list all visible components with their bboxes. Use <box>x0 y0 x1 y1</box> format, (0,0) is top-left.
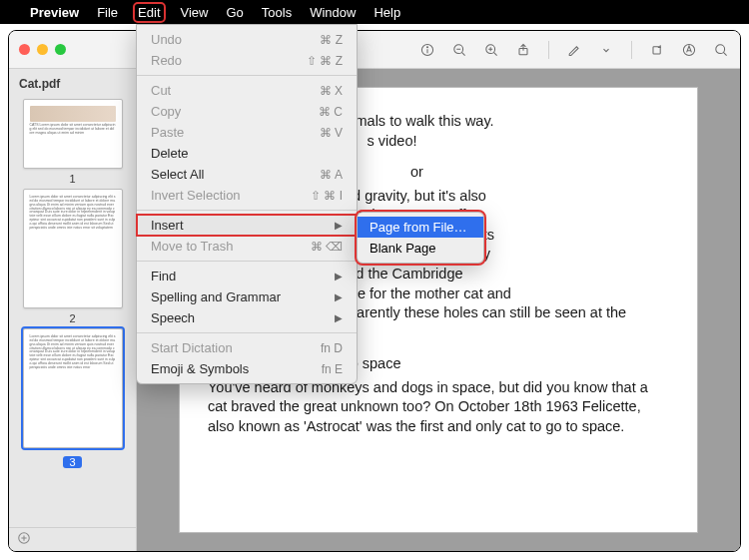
svg-line-7 <box>493 52 496 55</box>
menu-file[interactable]: File <box>97 5 118 20</box>
zoom-in-icon[interactable] <box>482 41 500 59</box>
insert-submenu: Page from File… Blank Page <box>357 212 484 264</box>
svg-point-2 <box>427 46 428 47</box>
submenu-item-blank-page[interactable]: Blank Page <box>358 238 483 259</box>
menu-item-cut[interactable]: Cut⌘ X <box>137 80 357 101</box>
menu-item-redo[interactable]: Redo⇧ ⌘ Z <box>137 50 357 71</box>
submenu-item-page-from-file[interactable]: Page from File… <box>358 217 483 238</box>
app-name[interactable]: Preview <box>30 5 79 20</box>
menu-item-paste[interactable]: Paste⌘ V <box>137 122 357 143</box>
submenu-arrow-icon: ▶ <box>335 312 343 323</box>
zoom-out-icon[interactable] <box>450 41 468 59</box>
dropdown-caret-icon[interactable] <box>597 41 615 59</box>
menu-item-delete[interactable]: Delete <box>137 143 357 164</box>
edit-menu-dropdown: Undo⌘ Z Redo⇧ ⌘ Z Cut⌘ X Copy⌘ C Paste⌘ … <box>136 24 358 384</box>
page-number-label: 3 <box>63 456 81 468</box>
menu-item-move-to-trash[interactable]: Move to Trash⌘ ⌫ <box>137 236 357 257</box>
traffic-lights <box>19 44 66 55</box>
menu-item-spelling[interactable]: Spelling and Grammar▶ <box>137 286 357 307</box>
menu-tools[interactable]: Tools <box>262 5 292 20</box>
menu-item-start-dictation[interactable]: Start Dictationfn D <box>137 337 357 358</box>
zoom-button[interactable] <box>55 44 66 55</box>
info-icon[interactable] <box>418 41 436 59</box>
page-thumbnail[interactable]: Lorem ipsum dolor sit amet consectetur a… <box>23 328 123 448</box>
rotate-icon[interactable] <box>648 41 666 59</box>
menu-item-invert-selection[interactable]: Invert Selection⇧ ⌘ I <box>137 185 357 206</box>
menu-help[interactable]: Help <box>374 5 400 20</box>
menu-item-insert[interactable]: Insert▶ <box>137 215 357 236</box>
menu-item-emoji[interactable]: Emoji & Symbolsfn E <box>137 358 357 379</box>
body-text: or <box>410 164 423 180</box>
document-title: Cat.pdf <box>9 69 136 95</box>
menu-item-undo[interactable]: Undo⌘ Z <box>137 29 357 50</box>
menu-item-copy[interactable]: Copy⌘ C <box>137 101 357 122</box>
body-text: You've heard of monkeys and dogs in spac… <box>208 378 669 437</box>
sidebar-footer <box>9 527 136 551</box>
page-thumbnail[interactable]: Lorem ipsum dolor sit amet consectetur a… <box>23 189 123 308</box>
svg-line-14 <box>723 52 726 55</box>
toolbar <box>418 41 730 59</box>
page-thumbnail[interactable]: CATS Lorem ipsum dolor sit amet consecte… <box>23 99 123 169</box>
add-page-icon[interactable] <box>17 531 31 549</box>
menu-item-select-all[interactable]: Select All⌘ A <box>137 164 357 185</box>
svg-point-13 <box>716 44 725 53</box>
body-text: s video! <box>368 133 417 149</box>
menu-item-speech[interactable]: Speech▶ <box>137 307 357 328</box>
menu-window[interactable]: Window <box>310 5 356 20</box>
preview-window: Cat.pdf CATS Lorem ipsum dolor sit amet … <box>8 30 741 552</box>
close-button[interactable] <box>19 44 30 55</box>
menubar: Preview File Edit View Go Tools Window H… <box>0 0 749 24</box>
submenu-arrow-icon: ▶ <box>335 291 343 302</box>
search-icon[interactable] <box>712 41 730 59</box>
menu-edit[interactable]: Edit <box>136 5 162 20</box>
svg-line-4 <box>461 52 464 55</box>
submenu-arrow-icon: ▶ <box>335 271 343 281</box>
page-number-label: 1 <box>69 173 75 185</box>
highlight-icon[interactable] <box>565 41 583 59</box>
page-number-label: 2 <box>69 312 75 324</box>
submenu-arrow-icon: ▶ <box>335 220 343 231</box>
minimize-button[interactable] <box>37 44 48 55</box>
menu-item-find[interactable]: Find▶ <box>137 266 357 286</box>
menu-go[interactable]: Go <box>226 5 243 20</box>
menu-view[interactable]: View <box>181 5 209 20</box>
thumbnail-sidebar: Cat.pdf CATS Lorem ipsum dolor sit amet … <box>9 69 137 551</box>
titlebar <box>9 31 740 69</box>
markup-icon[interactable] <box>680 41 698 59</box>
share-icon[interactable] <box>514 41 532 59</box>
